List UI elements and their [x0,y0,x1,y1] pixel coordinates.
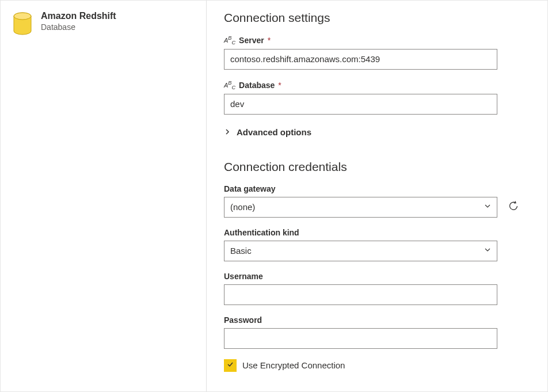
connector-title: Amazon Redshift [41,11,116,21]
auth-kind-select[interactable]: Basic [224,241,497,261]
username-field-group: Username [224,272,527,305]
database-input[interactable] [224,94,497,115]
data-gateway-label: Data gateway [224,184,527,193]
svg-point-1 [14,13,31,20]
encrypted-label: Use Encrypted Connection [242,360,345,370]
username-label: Username [224,272,527,281]
main-panel: Connection settings ABC Server * ABC Dat… [207,1,547,391]
connection-settings-heading: Connection settings [224,11,527,25]
password-input[interactable] [224,328,497,349]
auth-kind-label: Authentication kind [224,228,527,237]
password-field-group: Password [224,315,527,349]
text-type-icon: ABC [224,80,235,90]
database-cylinder-icon [12,12,33,33]
password-label: Password [224,315,527,325]
data-gateway-select[interactable]: (none) [224,197,497,218]
database-field-group: ABC Database * [224,80,527,115]
required-asterisk: * [278,81,281,90]
chevron-right-icon [224,127,231,137]
database-label: ABC Database * [224,80,527,90]
refresh-gateway-button[interactable] [505,199,522,215]
server-input[interactable] [224,49,497,70]
server-field-group: ABC Server * [224,35,527,70]
encrypted-connection-row: Use Encrypted Connection [224,359,527,372]
connection-credentials-heading: Connection credentials [224,160,527,174]
advanced-options-toggle[interactable]: Advanced options [224,125,527,139]
checkmark-icon [226,360,234,371]
refresh-icon [507,200,520,214]
server-label: ABC Server * [224,35,527,45]
auth-kind-field-group: Authentication kind Basic [224,228,527,261]
username-input[interactable] [224,284,497,305]
text-type-icon: ABC [224,35,235,45]
sidebar: Amazon Redshift Database [1,1,207,391]
connector-subtitle: Database [41,22,116,32]
required-asterisk: * [268,36,271,45]
encrypted-checkbox[interactable] [224,359,237,372]
data-gateway-field-group: Data gateway (none) [224,184,527,218]
connector-item[interactable]: Amazon Redshift Database [12,11,195,33]
